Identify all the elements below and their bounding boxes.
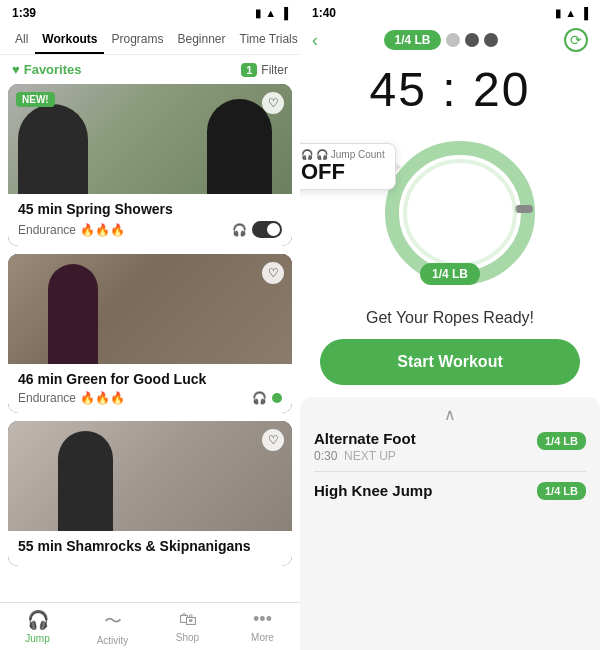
right-header: ‹ 1/4 LB ⟳ xyxy=(300,24,600,58)
weight-pill-selected[interactable]: 1/4 LB xyxy=(384,30,440,50)
workout-image-1: NEW! ♡ xyxy=(8,84,292,194)
weight-dot-1[interactable] xyxy=(446,33,460,47)
nav-tabs: All Workouts Programs Beginner Time Tria… xyxy=(0,24,300,55)
tab-all[interactable]: All xyxy=(8,26,35,54)
workout-controls-2: 🎧 xyxy=(252,391,282,405)
workout-meta-2: Endurance 🔥🔥🔥 🎧 xyxy=(18,391,282,405)
workout-label-1: Endurance xyxy=(18,223,76,237)
workout-controls-1: 🎧 xyxy=(232,221,282,238)
next-item-1: Alternate Foot 0:30 NEXT UP 1/4 LB xyxy=(314,430,586,463)
green-dot-2 xyxy=(272,393,282,403)
workout-meta-1: Endurance 🔥🔥🔥 🎧 xyxy=(18,221,282,238)
weight-dot-3[interactable] xyxy=(484,33,498,47)
svg-point-0 xyxy=(392,148,528,278)
back-button[interactable]: ‹ xyxy=(312,30,318,51)
wifi-icon: ▲ xyxy=(265,7,276,19)
status-bar-right: 1:40 ▮ ▲ ▐ xyxy=(300,0,600,24)
rope-area: 🎧 🎧 Jump Count OFF 1/4 LB xyxy=(300,123,600,303)
workout-title-1: 45 min Spring Showers xyxy=(18,201,282,217)
start-workout-button[interactable]: Start Workout xyxy=(320,339,580,385)
workout-type-2: Endurance 🔥🔥🔥 xyxy=(18,391,125,405)
jump-count-tooltip: 🎧 🎧 Jump Count OFF xyxy=(300,143,396,190)
next-item-2: High Knee Jump 1/4 LB xyxy=(314,480,586,500)
workout-info-2: 46 min Green for Good Luck Endurance 🔥🔥🔥… xyxy=(8,364,292,413)
workout-type-1: Endurance 🔥🔥🔥 xyxy=(18,223,125,237)
status-bar-left: 1:39 ▮ ▲ ▐ xyxy=(0,0,300,24)
activity-icon: 〜 xyxy=(104,609,122,633)
workout-title-2: 46 min Green for Good Luck xyxy=(18,371,282,387)
workout-card-3[interactable]: ♡ 55 min Shamrocks & Skipnanigans xyxy=(8,421,292,566)
jump-icon: 🎧 xyxy=(27,609,49,631)
favorite-heart-2[interactable]: ♡ xyxy=(262,262,284,284)
weight-selector[interactable]: 1/4 LB xyxy=(384,30,497,50)
battery-icon: ▮ xyxy=(255,7,261,20)
wifi-icon-r: ▲ xyxy=(565,7,576,19)
tab-time-trials[interactable]: Time Trials xyxy=(233,26,300,54)
svg-rect-1 xyxy=(515,205,533,213)
next-item-sub-1: 0:30 NEXT UP xyxy=(314,449,416,463)
workout-list: NEW! ♡ 45 min Spring Showers Endurance 🔥… xyxy=(0,84,300,602)
ready-text: Get Your Ropes Ready! xyxy=(300,303,600,339)
next-item-title-2: High Knee Jump xyxy=(314,482,432,499)
nav-label-more: More xyxy=(251,632,274,643)
fire-icon-1: 🔥🔥🔥 xyxy=(80,223,125,237)
tooltip-arrow xyxy=(395,162,401,172)
next-item-badge-1: 1/4 LB xyxy=(537,432,586,450)
favorite-heart-3[interactable]: ♡ xyxy=(262,429,284,451)
headphone-icon-1: 🎧 xyxy=(232,223,247,237)
toggle-switch-1[interactable] xyxy=(252,221,282,238)
right-panel: 1:40 ▮ ▲ ▐ ‹ 1/4 LB ⟳ 45 : 20 🎧 🎧 Jump C… xyxy=(300,0,600,650)
favorite-heart-1[interactable]: ♡ xyxy=(262,92,284,114)
tab-programs[interactable]: Programs xyxy=(104,26,170,54)
workout-card-1[interactable]: NEW! ♡ 45 min Spring Showers Endurance 🔥… xyxy=(8,84,292,246)
time-left: 1:39 xyxy=(12,6,36,20)
more-icon: ••• xyxy=(253,609,272,630)
workout-image-3: ♡ xyxy=(8,421,292,531)
favorites-label-text: Favorites xyxy=(24,62,82,77)
weight-dot-2[interactable] xyxy=(465,33,479,47)
fire-icon-2: 🔥🔥🔥 xyxy=(80,391,125,405)
time-right: 1:40 xyxy=(312,6,336,20)
nav-label-shop: Shop xyxy=(176,632,199,643)
battery-icon-r: ▮ xyxy=(555,7,561,20)
next-up-panel: ∧ Alternate Foot 0:30 NEXT UP 1/4 LB Hig… xyxy=(300,397,600,650)
bottom-nav: 🎧 Jump 〜 Activity 🛍 Shop ••• More xyxy=(0,602,300,650)
shop-icon: 🛍 xyxy=(179,609,197,630)
tab-beginner[interactable]: Beginner xyxy=(170,26,232,54)
workout-label-2: Endurance xyxy=(18,391,76,405)
timer-display: 45 : 20 xyxy=(300,58,600,123)
signal-icon: ▐ xyxy=(280,7,288,19)
filter-label: Filter xyxy=(261,63,288,77)
workout-card-2[interactable]: ♡ 46 min Green for Good Luck Endurance 🔥… xyxy=(8,254,292,413)
headphone-icon-2: 🎧 xyxy=(252,391,267,405)
nav-item-shop[interactable]: 🛍 Shop xyxy=(150,609,225,646)
nav-item-jump[interactable]: 🎧 Jump xyxy=(0,609,75,646)
rope-weight-badge: 1/4 LB xyxy=(420,263,480,285)
divider-line xyxy=(314,471,586,472)
tab-workouts[interactable]: Workouts xyxy=(35,26,104,54)
status-icons-right: ▮ ▲ ▐ xyxy=(555,7,588,20)
svg-point-2 xyxy=(405,161,515,265)
next-item-info-1: Alternate Foot 0:30 NEXT UP xyxy=(314,430,416,463)
settings-button[interactable]: ⟳ xyxy=(564,28,588,52)
nav-label-activity: Activity xyxy=(97,635,129,646)
chevron-up-icon[interactable]: ∧ xyxy=(314,405,586,424)
favorites-button[interactable]: ♥ Favorites xyxy=(12,62,82,77)
workout-image-2: ♡ xyxy=(8,254,292,364)
workout-info-3: 55 min Shamrocks & Skipnanigans xyxy=(8,531,292,566)
filter-count: 1 xyxy=(241,63,257,77)
next-item-title-1: Alternate Foot xyxy=(314,430,416,447)
jump-count-value: OFF xyxy=(301,160,385,184)
signal-icon-r: ▐ xyxy=(580,7,588,19)
workout-info-1: 45 min Spring Showers Endurance 🔥🔥🔥 🎧 xyxy=(8,194,292,246)
nav-item-more[interactable]: ••• More xyxy=(225,609,300,646)
new-badge: NEW! xyxy=(16,92,55,107)
heart-icon: ♥ xyxy=(12,62,20,77)
next-item-badge-2: 1/4 LB xyxy=(537,482,586,500)
left-panel: 1:39 ▮ ▲ ▐ All Workouts Programs Beginne… xyxy=(0,0,300,650)
workout-title-3: 55 min Shamrocks & Skipnanigans xyxy=(18,538,282,554)
nav-item-activity[interactable]: 〜 Activity xyxy=(75,609,150,646)
filter-badge[interactable]: 1 Filter xyxy=(241,63,288,77)
nav-label-jump: Jump xyxy=(25,633,49,644)
status-icons-left: ▮ ▲ ▐ xyxy=(255,7,288,20)
